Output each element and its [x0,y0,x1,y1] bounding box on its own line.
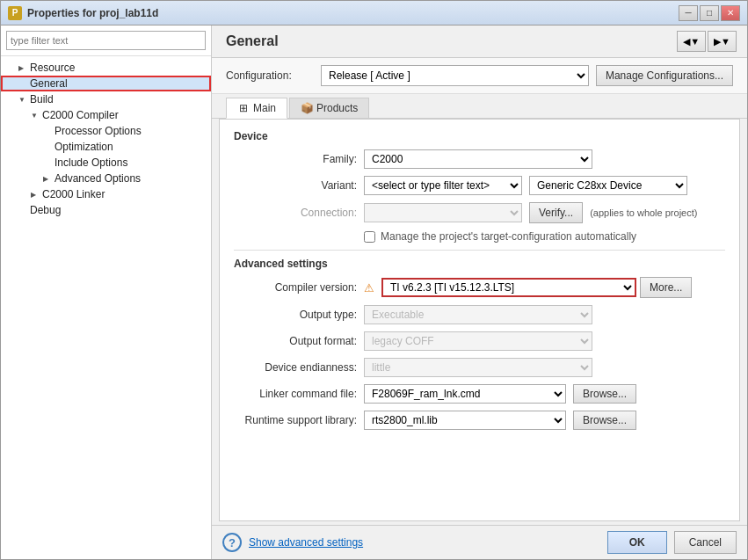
sidebar-item-label: C2000 Linker [42,188,105,200]
sidebar-item-c2000-linker[interactable]: C2000 Linker [1,186,211,202]
tab-main[interactable]: ⊞ Main [226,98,287,119]
filter-input[interactable] [6,31,206,50]
runtime-lib-select[interactable]: rts2800_ml.lib [364,411,566,430]
output-type-row: Output type: Executable [234,305,725,324]
sidebar-item-include-options[interactable]: Include Options [1,155,211,171]
filter-box [1,25,211,56]
sidebar-item-processor-options[interactable]: Processor Options [1,123,211,139]
right-panel: General ◀ ▼ ▶ ▼ Configuration: Release [ [212,25,747,559]
tab-main-label: Main [253,102,276,114]
triangle-icon [18,64,27,72]
nav-dropdown-icon: ▼ [721,36,730,47]
manage-configurations-button[interactable]: Manage Configurations... [596,65,733,86]
sidebar-item-c2000-compiler[interactable]: C2000 Compiler [1,107,211,123]
triangle-icon [18,96,27,104]
output-format-label: Output format: [234,335,357,347]
more-button[interactable]: More... [640,277,692,298]
minimize-button[interactable]: ─ [679,5,698,21]
connection-row: Connection: Verify... (applies to whole … [234,202,725,223]
nav-arrows: ◀ ▼ ▶ ▼ [677,31,737,52]
triangle-icon [31,191,40,199]
device-endianness-label: Device endianness: [234,361,357,374]
sidebar-item-label: Build [30,93,54,105]
panel-title: General [226,33,677,49]
output-format-select: legacy COFF [364,331,592,351]
sidebar-item-label: Optimization [54,141,113,153]
connection-label: Connection: [234,207,357,219]
sidebar-item-label: Advanced Options [54,172,141,185]
output-format-row: Output format: legacy COFF [234,331,725,351]
forward-icon: ▶ [714,36,721,47]
ok-button[interactable]: OK [607,531,667,554]
window-icon: P [8,6,22,20]
warning-icon: ⚠ [364,281,374,295]
output-type-label: Output type: [234,309,357,321]
cancel-button[interactable]: Cancel [674,531,737,554]
maximize-button[interactable]: □ [700,5,719,21]
sidebar-item-label: Processor Options [54,125,142,137]
family-select[interactable]: C2000 [364,149,592,169]
family-row: Family: C2000 [234,149,725,169]
sidebar-tree: Resource General Build C2000 Compiler [1,56,211,559]
tab-products[interactable]: 📦 Products [289,98,369,118]
back-icon: ◀ [683,36,690,47]
sidebar-item-label: C2000 Compiler [42,109,119,121]
compiler-version-select[interactable]: TI v6.2.3 [TI v15.12.3.LTS] [381,278,636,297]
form-content: Device Family: C2000 Variant: <select or… [219,119,740,521]
manage-checkbox-label: Manage the project's target-configuratio… [381,230,636,243]
sidebar-item-general[interactable]: General [1,76,211,91]
nav-dropdown-icon: ▼ [690,36,700,47]
advanced-section-title: Advanced settings [234,258,725,270]
variant-row: Variant: <select or type filter text> Ge… [234,176,725,195]
output-type-select: Executable [364,305,592,324]
variant-select[interactable]: <select or type filter text> [364,176,522,195]
sidebar: Resource General Build C2000 Compiler [1,25,212,559]
sidebar-item-label: General [30,77,68,90]
nav-back-button[interactable]: ◀ ▼ [677,31,706,52]
titlebar-buttons: ─ □ ✕ [679,5,740,21]
titlebar: P Properties for proj_lab11d ─ □ ✕ [1,1,747,25]
window-title: Properties for proj_lab11d [27,7,673,19]
compiler-version-label: Compiler version: [234,281,357,294]
sidebar-item-resource[interactable]: Resource [1,60,211,76]
variant-device-select[interactable]: Generic C28xx Device [529,176,687,195]
manage-checkbox-row: Manage the project's target-configuratio… [234,230,725,243]
device-endianness-row: Device endianness: little [234,358,725,377]
help-icon: ? [229,536,236,549]
manage-checkbox[interactable] [364,231,375,243]
help-button[interactable]: ? [222,533,242,552]
triangle-icon [43,175,52,183]
linker-browse-button[interactable]: Browse... [573,384,636,404]
runtime-browse-button[interactable]: Browse... [573,411,636,430]
runtime-lib-row: Runtime support library: rts2800_ml.lib … [234,411,725,430]
sidebar-item-debug[interactable]: Debug [1,202,211,218]
config-select[interactable]: Release [ Active ] [321,65,589,86]
applies-label: (applies to whole project) [590,207,697,218]
linker-cmd-row: Linker command file: F28069F_ram_lnk.cmd… [234,384,725,404]
device-section-title: Device [234,130,725,142]
config-label: Configuration: [226,69,314,82]
tabs: ⊞ Main 📦 Products [212,94,747,119]
show-advanced-link[interactable]: Show advanced settings [249,536,363,549]
device-endianness-select: little [364,358,592,377]
compiler-version-control: TI v6.2.3 [TI v15.12.3.LTS] More... [381,277,692,298]
sidebar-item-optimization[interactable]: Optimization [1,139,211,155]
bottom-bar: ? Show advanced settings OK Cancel [212,525,747,559]
tab-products-label: Products [316,102,358,114]
products-tab-icon: 📦 [301,102,313,114]
sidebar-item-label: Include Options [54,156,127,169]
nav-forward-button[interactable]: ▶ ▼ [708,31,737,52]
linker-cmd-select[interactable]: F28069F_ram_lnk.cmd [364,384,566,404]
linker-cmd-label: Linker command file: [234,388,357,400]
sidebar-item-advanced-options[interactable]: Advanced Options [1,171,211,186]
triangle-icon [31,112,40,120]
compiler-version-row: Compiler version: ⚠ TI v6.2.3 [TI v15.12… [234,277,725,298]
close-button[interactable]: ✕ [721,5,740,21]
main-tab-icon: ⊞ [237,102,250,114]
sidebar-item-label: Resource [30,62,75,74]
verify-button[interactable]: Verify... [529,202,583,223]
sidebar-item-build[interactable]: Build [1,91,211,107]
variant-label: Variant: [234,179,357,192]
config-row: Configuration: Release [ Active ] Manage… [212,58,747,94]
family-label: Family: [234,153,357,165]
